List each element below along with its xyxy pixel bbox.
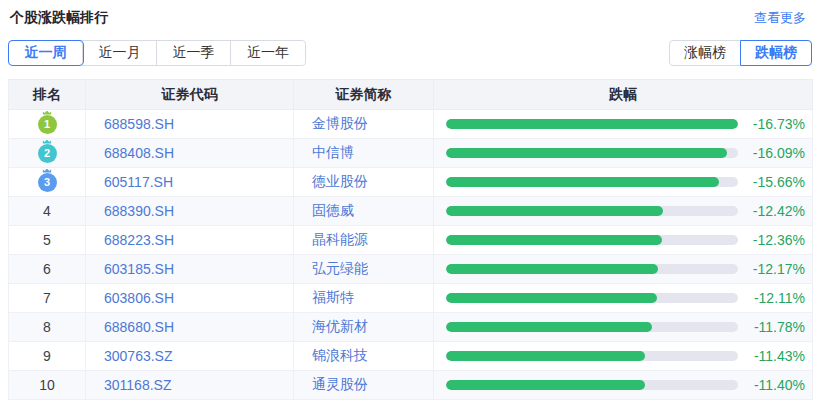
stock-code-cell: 688223.SH <box>86 226 294 255</box>
stock-ranking-panel: 个股涨跌幅排行 查看更多 近一周近一月近一季近一年 涨幅榜跌幅榜 排名 证券代码… <box>0 0 820 414</box>
ranking-table: 排名 证券代码 证券简称 跌幅 1688598.SH金博股份-16.73%268… <box>8 79 813 400</box>
period-tab-3[interactable]: 近一季 <box>157 41 231 65</box>
rank-medal-icon: 2 <box>38 144 57 163</box>
period-tab-1[interactable]: 近一周 <box>9 41 83 65</box>
stock-name-cell: 弘元绿能 <box>294 255 434 284</box>
stock-code-link[interactable]: 688680.SH <box>104 319 174 335</box>
rank-cell: 3 <box>9 168 86 197</box>
stock-code-link[interactable]: 688223.SH <box>104 232 174 248</box>
stock-code-cell: 301168.SZ <box>86 371 294 400</box>
change-cell: -11.78% <box>434 313 813 342</box>
change-bar-track <box>446 206 738 216</box>
change-cell: -11.40% <box>434 371 813 400</box>
period-tab-group: 近一周近一月近一季近一年 <box>8 40 306 66</box>
rank-cell: 1 <box>9 110 86 139</box>
stock-name-link[interactable]: 德业股份 <box>312 173 368 189</box>
table-row: 4688390.SH固德威-12.42% <box>9 197 813 226</box>
stock-name-cell: 金博股份 <box>294 110 434 139</box>
stock-code-cell: 300763.SZ <box>86 342 294 371</box>
period-tab-4[interactable]: 近一年 <box>231 41 305 65</box>
header-name: 证券简称 <box>294 80 434 110</box>
change-value: -12.17% <box>753 261 805 277</box>
rank-medal-icon: 1 <box>38 115 57 134</box>
change-cell: -12.11% <box>434 284 813 313</box>
stock-name-link[interactable]: 金博股份 <box>312 115 368 131</box>
change-value: -12.11% <box>754 290 805 306</box>
rank-cell: 4 <box>9 197 86 226</box>
stock-name-link[interactable]: 通灵股份 <box>312 376 368 392</box>
stock-name-cell: 海优新材 <box>294 313 434 342</box>
stock-name-link[interactable]: 弘元绿能 <box>312 260 368 276</box>
change-value: -12.36% <box>753 232 805 248</box>
change-bar-fill <box>446 206 663 216</box>
table-row: 6603185.SH弘元绿能-12.17% <box>9 255 813 284</box>
page-title: 个股涨跌幅排行 <box>10 9 108 27</box>
stock-code-link[interactable]: 603185.SH <box>104 261 174 277</box>
panel-header: 个股涨跌幅排行 查看更多 <box>0 0 820 27</box>
change-bar-track <box>446 380 738 390</box>
stock-code-link[interactable]: 688390.SH <box>104 203 174 219</box>
stock-code-link[interactable]: 603806.SH <box>104 290 174 306</box>
stock-name-cell: 晶科能源 <box>294 226 434 255</box>
table-row: 2688408.SH中信博-16.09% <box>9 139 813 168</box>
rank-cell: 7 <box>9 284 86 313</box>
stock-name-cell: 通灵股份 <box>294 371 434 400</box>
change-value: -15.66% <box>753 174 805 190</box>
stock-name-link[interactable]: 锦浪科技 <box>312 347 368 363</box>
table-row: 8688680.SH海优新材-11.78% <box>9 313 813 342</box>
rank-medal-icon: 3 <box>38 173 57 192</box>
board-toggle-group: 涨幅榜跌幅榜 <box>669 40 812 66</box>
stock-name-link[interactable]: 海优新材 <box>312 318 368 334</box>
change-cell: -12.42% <box>434 197 813 226</box>
change-bar-track <box>446 177 738 187</box>
stock-code-link[interactable]: 688598.SH <box>104 116 174 132</box>
change-bar-fill <box>446 351 645 361</box>
stock-code-link[interactable]: 688408.SH <box>104 145 174 161</box>
stock-code-cell: 688680.SH <box>86 313 294 342</box>
change-bar-fill <box>446 148 727 158</box>
stock-code-cell: 605117.SH <box>86 168 294 197</box>
change-bar-fill <box>446 119 738 129</box>
change-bar-fill <box>446 322 652 332</box>
change-bar-track <box>446 293 738 303</box>
change-value: -11.43% <box>754 348 805 364</box>
stock-name-link[interactable]: 中信博 <box>312 144 354 160</box>
stock-code-cell: 603806.SH <box>86 284 294 313</box>
change-value: -11.40% <box>754 377 805 393</box>
rank-cell: 2 <box>9 139 86 168</box>
stock-name-cell: 锦浪科技 <box>294 342 434 371</box>
change-value: -12.42% <box>753 203 805 219</box>
stock-name-link[interactable]: 固德威 <box>312 202 354 218</box>
change-value: -16.09% <box>753 145 805 161</box>
change-bar-fill <box>446 235 662 245</box>
stock-name-cell: 德业股份 <box>294 168 434 197</box>
change-cell: -16.73% <box>434 110 813 139</box>
stock-code-cell: 688390.SH <box>86 197 294 226</box>
stock-code-link[interactable]: 300763.SZ <box>104 348 173 364</box>
change-cell: -15.66% <box>434 168 813 197</box>
rank-cell: 9 <box>9 342 86 371</box>
stock-name-cell: 固德威 <box>294 197 434 226</box>
table-row: 1688598.SH金博股份-16.73% <box>9 110 813 139</box>
stock-name-link[interactable]: 晶科能源 <box>312 231 368 247</box>
period-tab-2[interactable]: 近一月 <box>83 41 157 65</box>
change-bar-track <box>446 351 738 361</box>
rank-cell: 5 <box>9 226 86 255</box>
gainers-board-button[interactable]: 涨幅榜 <box>669 40 741 66</box>
stock-code-link[interactable]: 605117.SH <box>104 174 173 190</box>
stock-name-link[interactable]: 福斯特 <box>312 289 354 305</box>
rank-cell: 6 <box>9 255 86 284</box>
stock-code-link[interactable]: 301168.SZ <box>104 377 171 393</box>
stock-code-cell: 603185.SH <box>86 255 294 284</box>
table-body: 1688598.SH金博股份-16.73%2688408.SH中信博-16.09… <box>9 110 813 400</box>
view-more-link[interactable]: 查看更多 <box>754 9 806 27</box>
losers-board-button[interactable]: 跌幅榜 <box>740 40 812 66</box>
change-cell: -11.43% <box>434 342 813 371</box>
table-row: 9300763.SZ锦浪科技-11.43% <box>9 342 813 371</box>
table-row: 7603806.SH福斯特-12.11% <box>9 284 813 313</box>
stock-name-cell: 中信博 <box>294 139 434 168</box>
table-row: 10301168.SZ通灵股份-11.40% <box>9 371 813 400</box>
header-change: 跌幅 <box>434 80 813 110</box>
change-cell: -12.36% <box>434 226 813 255</box>
stock-code-cell: 688408.SH <box>86 139 294 168</box>
